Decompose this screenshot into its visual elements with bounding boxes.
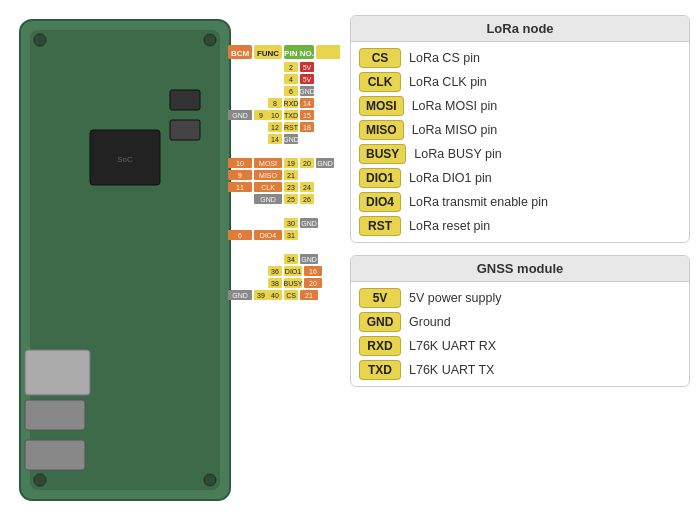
svg-text:6: 6	[238, 232, 242, 239]
svg-text:GND: GND	[283, 136, 299, 143]
gnss-pin-rows: 5V5V power supplyGNDGroundRXDL76K UART R…	[351, 282, 689, 386]
pin-badge: TXD	[359, 360, 401, 380]
pin-desc: 5V power supply	[409, 291, 501, 305]
svg-point-5	[204, 474, 216, 486]
legend-row: RXDL76K UART RX	[359, 336, 681, 356]
svg-text:FUNC: FUNC	[257, 49, 279, 58]
gnss-section: GNSS module 5V5V power supplyGNDGroundRX…	[350, 255, 690, 387]
svg-text:18: 18	[303, 124, 311, 131]
svg-text:38: 38	[271, 280, 279, 287]
svg-rect-7	[25, 440, 85, 470]
pin-desc: LoRa transmit enable pin	[409, 195, 548, 209]
legend-row: BUSYLoRa BUSY pin	[359, 144, 681, 164]
svg-point-4	[34, 474, 46, 486]
svg-text:24: 24	[303, 184, 311, 191]
svg-text:14: 14	[271, 136, 279, 143]
pin-badge: MISO	[359, 120, 404, 140]
svg-text:BCM: BCM	[231, 49, 250, 58]
pin-desc: L76K UART RX	[409, 339, 496, 353]
svg-rect-12	[170, 120, 200, 140]
svg-text:RST: RST	[284, 124, 299, 131]
svg-text:11: 11	[236, 184, 244, 191]
pin-desc: Ground	[409, 315, 451, 329]
svg-text:DIO1: DIO1	[285, 268, 301, 275]
legend-row: MOSILoRa MOSI pin	[359, 96, 681, 116]
svg-text:23: 23	[287, 184, 295, 191]
svg-text:9: 9	[259, 112, 263, 119]
svg-point-2	[34, 34, 46, 46]
pin-badge: CLK	[359, 72, 401, 92]
svg-text:15: 15	[303, 112, 311, 119]
svg-text:MISO: MISO	[259, 172, 277, 179]
svg-text:40: 40	[271, 292, 279, 299]
svg-text:TXD: TXD	[284, 112, 298, 119]
pin-badge: BUSY	[359, 144, 406, 164]
svg-text:16: 16	[309, 268, 317, 275]
pin-desc: LoRa MOSI pin	[412, 99, 497, 113]
pin-desc: LoRa MISO pin	[412, 123, 497, 137]
svg-text:25: 25	[287, 196, 295, 203]
svg-text:6: 6	[289, 88, 293, 95]
svg-text:GND: GND	[317, 160, 333, 167]
svg-text:5V: 5V	[303, 64, 312, 71]
svg-text:21: 21	[287, 172, 295, 179]
svg-point-3	[204, 34, 216, 46]
svg-rect-8	[25, 350, 90, 395]
svg-text:MOSI: MOSI	[259, 160, 277, 167]
svg-text:26: 26	[303, 196, 311, 203]
svg-text:BUSY: BUSY	[283, 280, 302, 287]
svg-text:31: 31	[287, 232, 295, 239]
svg-text:14: 14	[303, 100, 311, 107]
lora-section: LoRa node CSLoRa CS pinCLKLoRa CLK pinMO…	[350, 15, 690, 243]
legend-row: CLKLoRa CLK pin	[359, 72, 681, 92]
pin-desc: LoRa DIO1 pin	[409, 171, 492, 185]
svg-text:36: 36	[271, 268, 279, 275]
svg-text:GND: GND	[301, 220, 317, 227]
svg-text:30: 30	[287, 220, 295, 227]
pin-badge: CS	[359, 48, 401, 68]
pin-desc: LoRa BUSY pin	[414, 147, 501, 161]
pin-badge: DIO4	[359, 192, 401, 212]
svg-text:RXD: RXD	[284, 100, 299, 107]
pin-desc: LoRa CS pin	[409, 51, 480, 65]
svg-rect-11	[170, 90, 200, 110]
board-area: SoC BCM FUNC PIN NO.	[10, 10, 340, 510]
svg-text:GND: GND	[301, 256, 317, 263]
svg-text:PIN NO.: PIN NO.	[284, 49, 314, 58]
legend-row: RSTLoRa reset pin	[359, 216, 681, 236]
gnss-section-title: GNSS module	[351, 256, 689, 282]
svg-rect-6	[25, 400, 85, 430]
svg-text:4: 4	[289, 76, 293, 83]
svg-text:10: 10	[271, 112, 279, 119]
pin-desc: LoRa CLK pin	[409, 75, 487, 89]
svg-text:2: 2	[289, 64, 293, 71]
legend-row: 5V5V power supply	[359, 288, 681, 308]
pin-desc: LoRa reset pin	[409, 219, 490, 233]
main-container: SoC BCM FUNC PIN NO.	[0, 0, 700, 525]
svg-text:5V: 5V	[303, 76, 312, 83]
svg-text:CLK: CLK	[261, 184, 275, 191]
legend-row: TXDL76K UART TX	[359, 360, 681, 380]
svg-text:34: 34	[287, 256, 295, 263]
svg-text:10: 10	[236, 160, 244, 167]
svg-text:GND: GND	[260, 196, 276, 203]
svg-text:CS: CS	[286, 292, 296, 299]
legend-row: CSLoRa CS pin	[359, 48, 681, 68]
svg-text:12: 12	[271, 124, 279, 131]
legend-row: MISOLoRa MISO pin	[359, 120, 681, 140]
svg-text:GND: GND	[299, 88, 315, 95]
svg-text:39: 39	[257, 292, 265, 299]
pin-badge: 5V	[359, 288, 401, 308]
legend-row: GNDGround	[359, 312, 681, 332]
pin-badge: RST	[359, 216, 401, 236]
svg-rect-20	[316, 45, 340, 59]
pin-desc: L76K UART TX	[409, 363, 494, 377]
lora-section-title: LoRa node	[351, 16, 689, 42]
svg-text:20: 20	[309, 280, 317, 287]
svg-text:DIO4: DIO4	[260, 232, 276, 239]
pin-badge: MOSI	[359, 96, 404, 116]
svg-text:GND: GND	[232, 112, 248, 119]
pin-badge: RXD	[359, 336, 401, 356]
svg-text:21: 21	[305, 292, 313, 299]
svg-text:20: 20	[303, 160, 311, 167]
